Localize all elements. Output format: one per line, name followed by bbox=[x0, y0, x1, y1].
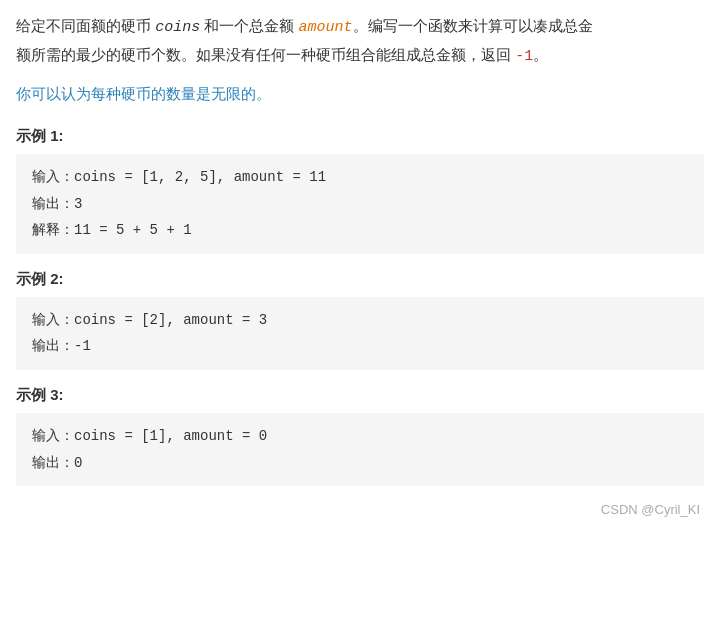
intro-line2-post: 。 bbox=[533, 46, 548, 63]
example-3-box: 输入：coins = [1], amount = 0 输出：0 bbox=[16, 413, 704, 486]
example-1-input-value: coins = [1, 2, 5], amount = 11 bbox=[74, 169, 326, 185]
example-2-input-value: coins = [2], amount = 3 bbox=[74, 312, 267, 328]
example-1-output-value: 3 bbox=[74, 196, 82, 212]
example-3-input-value: coins = [1], amount = 0 bbox=[74, 428, 267, 444]
example-3-output-label: 输出： bbox=[32, 455, 74, 471]
example-1-input-line: 输入：coins = [1, 2, 5], amount = 11 bbox=[32, 164, 688, 191]
example-1-output-line: 输出：3 bbox=[32, 191, 688, 218]
example-1-title: 示例 1: bbox=[16, 127, 704, 146]
example-1-input-label: 输入： bbox=[32, 169, 74, 185]
example-2-output-value: -1 bbox=[74, 338, 91, 354]
example-3-title: 示例 3: bbox=[16, 386, 704, 405]
example-1-output-label: 输出： bbox=[32, 196, 74, 212]
example-2-title: 示例 2: bbox=[16, 270, 704, 289]
intro-text-pre: 给定不同面额的硬币 bbox=[16, 17, 155, 34]
example-1-explain-label: 解释： bbox=[32, 222, 74, 238]
footer: CSDN @Cyril_KI bbox=[16, 502, 704, 517]
example-3-input-line: 输入：coins = [1], amount = 0 bbox=[32, 423, 688, 450]
example-2-output-label: 输出： bbox=[32, 338, 74, 354]
intro-line2-pre: 额所需的最少的硬币个数。如果没有任何一种硬币组合能组成总金额，返回 bbox=[16, 46, 515, 63]
infinite-note: 你可以认为每种硬币的数量是无限的。 bbox=[16, 80, 704, 107]
coins-inline-code: coins bbox=[155, 19, 200, 36]
intro-text-post: 。编写一个函数来计算可以凑成总金 bbox=[353, 17, 593, 34]
intro-text-mid: 和一个总金额 bbox=[200, 17, 298, 34]
intro-paragraph: 给定不同面额的硬币 coins 和一个总金额 amount。编写一个函数来计算可… bbox=[16, 12, 704, 70]
example-3-output-value: 0 bbox=[74, 455, 82, 471]
example-2-box: 输入：coins = [2], amount = 3 输出：-1 bbox=[16, 297, 704, 370]
example-3-output-line: 输出：0 bbox=[32, 450, 688, 477]
example-3-input-label: 输入： bbox=[32, 428, 74, 444]
example-1-box: 输入：coins = [1, 2, 5], amount = 11 输出：3 解… bbox=[16, 154, 704, 254]
negative-one-code: -1 bbox=[515, 48, 533, 65]
example-2-input-label: 输入： bbox=[32, 312, 74, 328]
example-2-output-line: 输出：-1 bbox=[32, 333, 688, 360]
example-1-explain-value: 11 = 5 + 5 + 1 bbox=[74, 222, 192, 238]
example-2-input-line: 输入：coins = [2], amount = 3 bbox=[32, 307, 688, 334]
amount-inline-highlight: amount bbox=[299, 19, 353, 36]
example-1-explain-line: 解释：11 = 5 + 5 + 1 bbox=[32, 217, 688, 244]
